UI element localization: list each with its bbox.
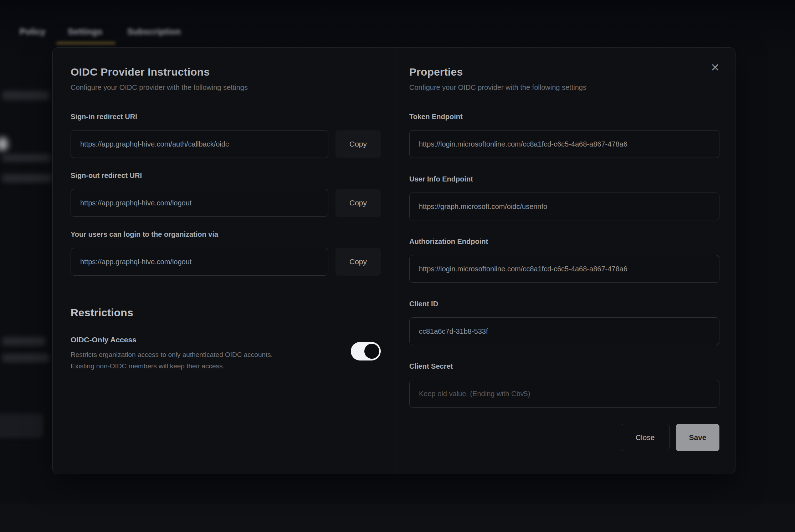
oidc-instructions-pane: OIDC Provider Instructions Configure you… (71, 66, 381, 372)
close-button[interactable]: Close (621, 424, 670, 451)
organization-login-uri-label: Your users can login to the organization… (71, 230, 381, 239)
sign-in-redirect-uri-row: Copy (71, 130, 381, 158)
page-background: Policy Settings Subscription ✕ OIDC Prov… (0, 0, 795, 532)
save-button[interactable]: Save (676, 424, 719, 451)
sign-in-redirect-uri-input[interactable] (71, 130, 328, 158)
copy-button[interactable]: Copy (335, 130, 381, 158)
authorization-endpoint-label: Authorization Endpoint (409, 237, 719, 246)
tab-settings[interactable]: Settings (68, 27, 102, 37)
sign-out-redirect-uri-row: Copy (71, 189, 381, 217)
oidc-only-access-toggle[interactable] (351, 342, 381, 360)
properties-title: Properties (409, 66, 719, 78)
active-tab-underline (56, 42, 116, 44)
properties-pane: Properties Configure your OIDC provider … (409, 66, 719, 451)
token-endpoint-label: Token Endpoint (409, 112, 719, 121)
token-endpoint-input[interactable] (409, 130, 719, 158)
organization-login-uri-row: Copy (71, 248, 381, 276)
sign-in-redirect-uri-label: Sign-in redirect URI (71, 112, 381, 121)
blurred-glow-dot (0, 137, 8, 151)
background-tab-bar: Policy Settings Subscription (0, 0, 795, 47)
blurred-background-button (0, 414, 43, 438)
oidc-only-access-description: Restricts organization access to only au… (71, 349, 334, 372)
section-divider (71, 289, 381, 289)
blurred-text-placeholder (2, 337, 46, 346)
sign-out-redirect-uri-label: Sign-out redirect URI (71, 171, 381, 180)
tab-policy[interactable]: Policy (20, 27, 46, 37)
modal-column-divider (395, 48, 395, 474)
copy-button[interactable]: Copy (335, 248, 381, 276)
toggle-thumb (364, 344, 379, 359)
oidc-only-access-label: OIDC-Only Access (71, 336, 334, 344)
modal-footer-buttons: Close Save (409, 424, 719, 451)
blurred-text-placeholder (2, 154, 51, 162)
pane-subtitle: Configure your OIDC provider with the fo… (409, 83, 719, 92)
client-secret-label: Client Secret (409, 362, 719, 370)
organization-login-uri-input[interactable] (71, 248, 328, 276)
client-id-input[interactable] (409, 317, 719, 345)
blurred-text-placeholder (2, 354, 49, 362)
pane-subtitle: Configure your OIDC provider with the fo… (71, 83, 381, 92)
oidc-only-access-info: OIDC-Only Access Restricts organization … (71, 336, 334, 372)
blurred-text-placeholder (2, 91, 49, 100)
sign-out-redirect-uri-input[interactable] (71, 189, 328, 217)
authorization-endpoint-input[interactable] (409, 255, 719, 283)
user-info-endpoint-label: User Info Endpoint (409, 175, 719, 183)
oidc-settings-modal: ✕ OIDC Provider Instructions Configure y… (52, 47, 735, 474)
client-id-label: Client ID (409, 300, 719, 308)
client-secret-input[interactable] (409, 380, 719, 408)
user-info-endpoint-input[interactable] (409, 193, 719, 220)
blurred-text-placeholder (2, 174, 52, 183)
page-title: OIDC Provider Instructions (71, 66, 381, 78)
oidc-only-access-row: OIDC-Only Access Restricts organization … (71, 336, 381, 372)
restrictions-title: Restrictions (71, 306, 381, 319)
bottom-band (0, 504, 795, 532)
tab-subscription[interactable]: Subscription (127, 27, 181, 37)
copy-button[interactable]: Copy (335, 189, 381, 217)
